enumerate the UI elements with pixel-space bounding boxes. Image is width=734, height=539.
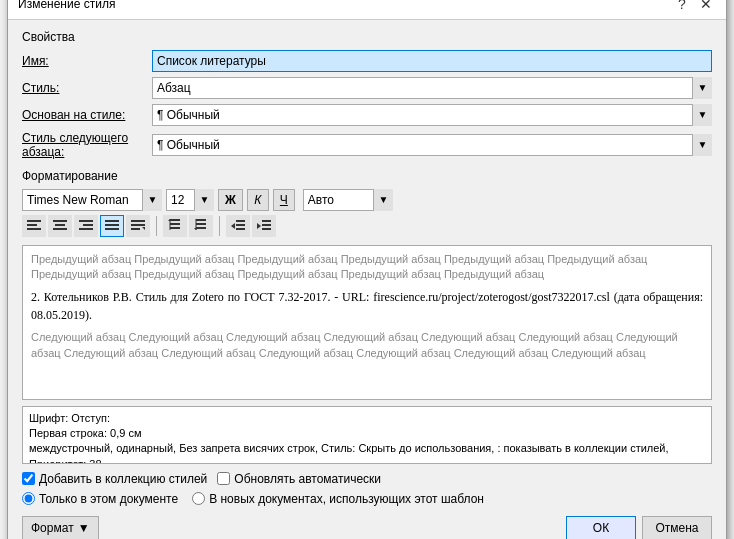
add-to-collection-checkbox[interactable] (22, 472, 35, 485)
format-row2 (22, 215, 712, 237)
align-separator2 (219, 216, 220, 236)
preview-box: Предыдущий абзац Предыдущий абзац Предыд… (22, 245, 712, 400)
next-style-value-wrapper: ¶ Обычный ▼ (152, 134, 712, 156)
svg-rect-5 (53, 228, 67, 230)
new-docs-radio[interactable] (192, 492, 205, 505)
preview-next-text: Следующий абзац Следующий абзац Следующи… (31, 330, 703, 361)
name-input[interactable] (152, 50, 712, 72)
next-style-select-wrapper: ¶ Обычный ▼ (152, 134, 712, 156)
auto-update-label[interactable]: Обновлять автоматически (217, 472, 381, 486)
auto-update-checkbox[interactable] (217, 472, 230, 485)
svg-rect-28 (236, 224, 245, 226)
preview-prev-text: Предыдущий абзац Предыдущий абзац Предыд… (31, 252, 703, 283)
svg-rect-0 (27, 220, 41, 222)
increase-indent-button[interactable] (252, 215, 276, 237)
formatting-section: Форматирование Times New Roman ▼ 12 ▼ Ж … (22, 169, 712, 237)
formatting-section-title: Форматирование (22, 169, 712, 183)
ok-button[interactable]: ОК (566, 516, 636, 540)
svg-marker-30 (257, 223, 261, 229)
format-dropdown-button[interactable]: Формат ▼ (22, 516, 99, 540)
based-on-select-wrapper: ¶ Обычный ▼ (152, 104, 712, 126)
svg-rect-7 (83, 224, 93, 226)
svg-rect-11 (105, 228, 119, 230)
svg-rect-18 (170, 227, 180, 229)
svg-rect-2 (27, 228, 41, 230)
name-row: Имя: (22, 50, 712, 72)
svg-rect-12 (131, 220, 145, 222)
line-spacing-down-button[interactable] (189, 215, 213, 237)
font-select-wrapper: Times New Roman ▼ (22, 189, 162, 211)
color-select-wrapper: Авто ▼ (303, 189, 393, 211)
svg-rect-17 (170, 223, 180, 225)
underline-button[interactable]: Ч (273, 189, 295, 211)
align-justify-button[interactable] (100, 215, 124, 237)
align-center-button[interactable] (48, 215, 72, 237)
distribute-button[interactable] (126, 215, 150, 237)
preview-main-text: 2. Котельников Р.В. Стиль для Zotero по … (31, 288, 703, 324)
svg-rect-10 (105, 224, 119, 226)
svg-rect-9 (105, 220, 119, 222)
align-right-button[interactable] (74, 215, 98, 237)
format-row1: Times New Roman ▼ 12 ▼ Ж К Ч Авто (22, 189, 712, 211)
only-this-doc-radio[interactable] (22, 492, 35, 505)
svg-rect-32 (262, 224, 271, 226)
dialog-title: Изменение стиля (18, 0, 115, 11)
svg-rect-3 (53, 220, 67, 222)
style-value-wrapper: Абзац ▼ (152, 77, 712, 99)
svg-rect-14 (131, 228, 140, 230)
next-style-select[interactable]: ¶ Обычный (152, 134, 712, 156)
size-select[interactable]: 12 (166, 189, 214, 211)
close-button[interactable]: ✕ (696, 0, 716, 14)
add-to-collection-label[interactable]: Добавить в коллекцию стилей (22, 472, 207, 486)
name-label: Имя: (22, 54, 152, 68)
align-left-button[interactable] (22, 215, 46, 237)
properties-section-title: Свойства (22, 30, 712, 44)
next-style-row: Стиль следующего абзаца: ¶ Обычный ▼ (22, 131, 712, 159)
svg-marker-15 (142, 227, 145, 230)
svg-rect-6 (79, 220, 93, 222)
help-button[interactable]: ? (672, 0, 692, 14)
radio-row: Только в этом документе В новых документ… (22, 492, 712, 506)
svg-rect-8 (79, 228, 93, 230)
based-on-row: Основан на стиле: ¶ Обычный ▼ (22, 104, 712, 126)
svg-rect-27 (236, 220, 245, 222)
svg-rect-13 (131, 224, 145, 226)
ok-cancel-group: ОК Отмена (566, 516, 712, 540)
svg-rect-4 (55, 224, 65, 226)
based-on-value-wrapper: ¶ Обычный ▼ (152, 104, 712, 126)
cancel-button[interactable]: Отмена (642, 516, 712, 540)
line-spacing-up-button[interactable] (163, 215, 187, 237)
svg-rect-21 (196, 219, 206, 221)
align-separator1 (156, 216, 157, 236)
options-row: Добавить в коллекцию стилей Обновлять ав… (22, 472, 712, 486)
italic-button[interactable]: К (247, 189, 269, 211)
format-dropdown-arrow-icon: ▼ (78, 521, 90, 535)
based-on-select[interactable]: ¶ Обычный (152, 104, 712, 126)
svg-rect-31 (262, 220, 271, 222)
svg-marker-26 (231, 223, 235, 229)
color-select[interactable]: Авто (303, 189, 393, 211)
description-text: Шрифт: Отступ: Первая строка: 0,9 см меж… (29, 411, 705, 464)
bold-button[interactable]: Ж (218, 189, 243, 211)
size-select-wrapper: 12 ▼ (166, 189, 214, 211)
style-select-wrapper: Абзац ▼ (152, 77, 712, 99)
name-value-wrapper (152, 50, 712, 72)
dialog-content: Свойства Имя: Стиль: Абзац ▼ (8, 20, 726, 540)
only-this-doc-label[interactable]: Только в этом документе (22, 492, 178, 506)
description-box: Шрифт: Отступ: Первая строка: 0,9 см меж… (22, 406, 712, 464)
svg-rect-22 (196, 223, 206, 225)
style-select[interactable]: Абзац (152, 77, 712, 99)
dialog: Изменение стиля ? ✕ Свойства Имя: Стиль: (7, 0, 727, 539)
style-row: Стиль: Абзац ▼ (22, 77, 712, 99)
next-style-label: Стиль следующего абзаца: (22, 131, 152, 159)
based-on-label: Основан на стиле: (22, 108, 152, 122)
title-bar-actions: ? ✕ (672, 0, 716, 14)
bottom-row: Формат ▼ ОК Отмена (22, 516, 712, 540)
svg-rect-33 (262, 228, 271, 230)
new-docs-label[interactable]: В новых документах, использующих этот ша… (192, 492, 484, 506)
title-bar: Изменение стиля ? ✕ (8, 0, 726, 20)
font-select[interactable]: Times New Roman (22, 189, 162, 211)
properties-section: Свойства Имя: Стиль: Абзац ▼ (22, 30, 712, 159)
style-label: Стиль: (22, 81, 152, 95)
decrease-indent-button[interactable] (226, 215, 250, 237)
